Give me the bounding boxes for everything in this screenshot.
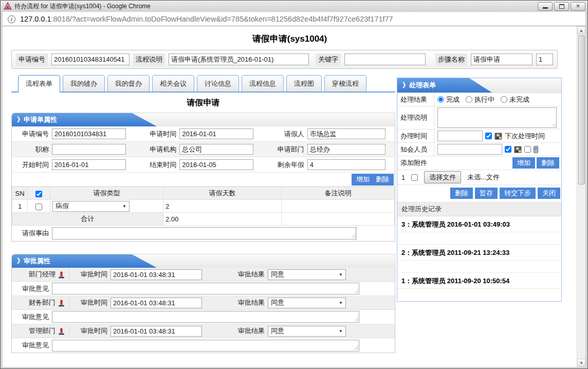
handle-section-header: 》处理表单 xyxy=(397,78,561,93)
approval-result-select[interactable]: 同意▼ xyxy=(268,298,346,308)
apply-no-input[interactable] xyxy=(51,53,130,65)
attach-sn: 1 xyxy=(401,174,405,181)
forward-next-button[interactable]: 转交下步 xyxy=(500,188,536,199)
maximize-button[interactable] xyxy=(554,2,569,11)
scrollbar-thumb[interactable] xyxy=(578,35,585,184)
delete-button[interactable]: 删除 xyxy=(450,188,473,199)
stamp-icon xyxy=(58,299,65,307)
apply-no-label: 申请编号 xyxy=(16,53,48,66)
tab-flow-chart[interactable]: 流程图 xyxy=(286,75,322,91)
col-header-note: 备注说明 xyxy=(282,187,395,200)
applicant-input[interactable] xyxy=(307,128,385,139)
start-time-input[interactable] xyxy=(52,159,126,170)
tab-related-meetings[interactable]: 相关会议 xyxy=(152,75,194,91)
leave-row-sn: 1 xyxy=(12,200,28,213)
apply-time-input[interactable] xyxy=(179,128,253,139)
approval-opinion-textarea[interactable] xyxy=(52,283,359,294)
leave-reason-row: 请假事由 xyxy=(12,226,395,241)
end-time-input[interactable] xyxy=(179,159,253,170)
history-entry: 3：系统管理员 2016-01-01 03:49:03 xyxy=(397,216,561,232)
site-info-icon[interactable]: i xyxy=(8,15,15,23)
keyword-input[interactable] xyxy=(344,53,426,65)
attach-add-button[interactable]: 增加 xyxy=(512,157,535,169)
approval-opinion-textarea[interactable] xyxy=(52,311,359,323)
leave-type-select[interactable]: 病假▼ xyxy=(52,201,130,212)
select-all-checkbox[interactable] xyxy=(35,191,42,197)
apply-org-input[interactable] xyxy=(179,144,253,155)
choose-file-button[interactable]: 选择文件 xyxy=(424,171,461,183)
step-name-input[interactable] xyxy=(471,53,532,65)
job-title-input[interactable] xyxy=(52,144,126,155)
keyword-label: 关键字 xyxy=(316,53,341,66)
tab-flow-form[interactable]: 流程表单 xyxy=(18,75,60,93)
attach-delete-button[interactable]: 删除 xyxy=(537,157,559,169)
close-button[interactable]: × xyxy=(571,2,585,11)
radio-undone[interactable] xyxy=(501,96,507,103)
titlebar: 待办流程 for 请假申请(sys1004) - Google Chrome × xyxy=(1,1,587,12)
leave-reason-label: 请假事由 xyxy=(12,229,52,238)
notify-sms-checkbox[interactable] xyxy=(524,146,531,153)
minimize-button[interactable] xyxy=(538,2,553,11)
apply-dept-input[interactable] xyxy=(307,144,385,155)
approval-time-input[interactable] xyxy=(111,298,202,308)
approval-opinion-row: 审批意见 xyxy=(12,310,395,324)
step-name-label: 步骤名称 xyxy=(435,53,467,66)
apply-section-title: 》申请单属性 xyxy=(17,115,57,124)
leave-table-toolbar: 增加 删除 xyxy=(12,173,395,187)
radio-done[interactable] xyxy=(437,96,444,103)
apply-no2-input[interactable] xyxy=(52,128,126,139)
approval-row: 管理部门 审批时间 审批结果 同意▼ xyxy=(12,324,395,338)
radio-running[interactable] xyxy=(466,96,472,103)
approval-opinion-row: 审批意见 xyxy=(12,338,395,353)
handle-time-row: 办理时间 下次处理时间 xyxy=(397,130,561,143)
minimize-icon xyxy=(543,7,548,9)
page-scrollbar[interactable]: ▲ ▼ xyxy=(577,26,585,367)
notify-person-icon xyxy=(494,133,502,140)
url-bar[interactable]: i 127.0.0.1:8018/?act=workFlowAdmin.toDo… xyxy=(3,12,585,26)
col-header-sn: SN xyxy=(12,187,28,200)
window-title: 待办流程 for 请假申请(sys1004) - Google Chrome xyxy=(14,2,538,11)
chevron-down-icon: ▼ xyxy=(339,301,343,305)
handle-desc-textarea[interactable] xyxy=(437,107,557,128)
handle-panel: 》处理表单 处理结果 完成 执行中 未完成 处理说明 办理时间 xyxy=(397,78,562,302)
close-form-button[interactable]: 关闭 xyxy=(538,188,560,199)
attach-checkbox[interactable] xyxy=(411,174,418,181)
tab-my-supervise[interactable]: 我的督办 xyxy=(107,75,150,91)
approval-time-input[interactable] xyxy=(111,326,202,337)
page-title: 请假申请(sys1004) xyxy=(3,33,577,45)
chevron-down-icon: ▼ xyxy=(339,329,343,334)
attach-file-row: 1 选择文件 未选...文件 xyxy=(397,170,561,185)
leave-row-checkbox[interactable] xyxy=(35,204,42,210)
tab-flow-info[interactable]: 流程信息 xyxy=(242,75,284,91)
handle-time-input[interactable] xyxy=(437,131,483,141)
leave-delete-button[interactable]: 删除 xyxy=(376,175,389,184)
tab-bar: 流程表单 我的辅办 我的督办 相关会议 讨论信息 流程信息 流程图 穿梭流程 xyxy=(11,75,395,93)
flow-summary-bar: 申请编号 流程说明 关键字 步骤名称 xyxy=(11,50,558,69)
approval-result-select[interactable]: 同意▼ xyxy=(268,269,346,280)
tab-discussion-info[interactable]: 讨论信息 xyxy=(197,75,239,91)
notify-row: 知会人员 xyxy=(397,143,561,156)
leave-add-button[interactable]: 增加 xyxy=(356,175,370,184)
history-entry: 2：系统管理员 2011-09-21 13:24:33 xyxy=(397,245,561,261)
flow-desc-input[interactable] xyxy=(169,53,309,65)
step-no-input[interactable] xyxy=(536,53,553,65)
notify-msg-checkbox[interactable] xyxy=(505,146,511,153)
history-spacer xyxy=(397,289,561,301)
url-text[interactable]: 127.0.0.1:8018/?act=workFlowAdmin.toDoFl… xyxy=(20,15,393,23)
mobile-phone-icon xyxy=(534,146,538,153)
scroll-up-icon[interactable]: ▲ xyxy=(577,26,585,34)
leave-reason-textarea[interactable] xyxy=(52,227,356,239)
approval-result-select[interactable]: 同意▼ xyxy=(268,326,346,337)
stamp-icon xyxy=(58,271,65,279)
remaining-leave-input[interactable] xyxy=(307,159,385,170)
save-draft-button[interactable]: 暂存 xyxy=(475,188,498,199)
tab-my-assist[interactable]: 我的辅办 xyxy=(63,75,105,91)
approval-time-input[interactable] xyxy=(111,269,202,280)
field-label: 开始时间 xyxy=(12,160,52,170)
tab-shuttle-flow[interactable]: 穿梭流程 xyxy=(324,75,366,91)
approval-opinion-textarea[interactable] xyxy=(52,340,359,352)
scroll-down-icon[interactable]: ▼ xyxy=(577,359,585,367)
handle-buttons-row: 删除 暂存 转交下步 关闭 xyxy=(397,185,561,202)
next-time-checkbox[interactable] xyxy=(485,133,492,139)
notify-person-input[interactable] xyxy=(437,144,502,155)
